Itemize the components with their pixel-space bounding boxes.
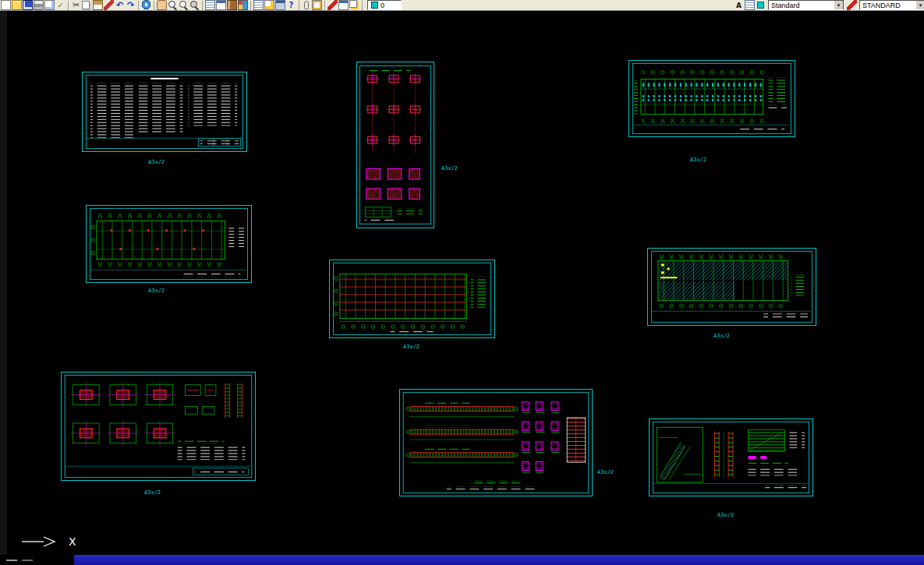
cut-icon[interactable]: ✂ <box>71 0 81 10</box>
field-icon[interactable] <box>312 0 322 10</box>
toolbar-separator <box>68 1 69 10</box>
sheet-foundation-plan-content <box>87 206 251 282</box>
sheet-label-foundation-details: A3x/2 <box>144 489 161 496</box>
taskbar-strip[interactable] <box>74 555 924 565</box>
layer-properties-icon[interactable] <box>349 0 357 8</box>
sheet-label-foundation-plan: A3x/2 <box>148 288 165 294</box>
ucs-x-label: X <box>69 535 76 548</box>
attach-xref-icon[interactable] <box>304 1 309 9</box>
dim-style-value: STANDARD <box>862 2 901 9</box>
sheet-beam-details[interactable] <box>399 389 593 496</box>
layer-color-swatch-icon <box>371 2 378 9</box>
render-icon[interactable] <box>757 2 764 9</box>
sheet-second-floor-plan-content <box>648 249 816 325</box>
chevron-down-icon[interactable]: ▾ <box>915 0 924 10</box>
markup-set-manager-icon[interactable] <box>264 0 274 10</box>
toolbar-separator <box>250 1 251 10</box>
print-icon[interactable] <box>34 0 44 10</box>
save-icon[interactable] <box>23 0 33 10</box>
toolbar-separator <box>324 1 325 10</box>
text-style-combobox[interactable]: Standard ▾ <box>768 0 844 10</box>
sheet-label-roof-framing-plan: A3x/2 <box>690 157 706 163</box>
command-line-area[interactable] <box>0 555 74 565</box>
sheet-column-details-content <box>357 62 434 228</box>
quickcalc-icon[interactable] <box>275 0 285 10</box>
sheet-foundation-details[interactable] <box>61 372 256 481</box>
sheet-label-beam-details: A3x/2 <box>597 469 614 475</box>
sheet-label-column-details: A3x/2 <box>441 165 458 171</box>
zoom-previous-icon[interactable] <box>189 0 200 10</box>
chevron-down-icon[interactable]: ▾ <box>834 0 844 10</box>
layer-control[interactable]: 0 <box>367 0 402 10</box>
open-icon[interactable] <box>12 0 22 10</box>
insert-block-icon[interactable] <box>338 0 349 10</box>
toolbar-button-group: ✓✂↶↷? <box>1 0 364 10</box>
sheet-foundation-plan[interactable] <box>86 205 252 283</box>
text-style-value: Standard <box>771 2 800 9</box>
sheet-set-manager-icon[interactable] <box>253 0 264 10</box>
layer-value: 0 <box>381 2 384 9</box>
sheet-roof-framing-plan[interactable] <box>628 60 795 137</box>
sheet-label-stair-details: A3x/2 <box>717 512 734 518</box>
named-views-icon[interactable] <box>205 0 215 10</box>
ucs-x-arrow-icon <box>20 531 58 552</box>
redo-icon[interactable]: ↷ <box>126 0 136 10</box>
text-style-manager-icon[interactable]: A <box>734 0 744 10</box>
ucs-icon: X <box>20 531 76 552</box>
sheet-second-floor-plan[interactable] <box>647 248 816 326</box>
designcenter-icon[interactable] <box>227 0 237 10</box>
print-preview-icon[interactable] <box>44 0 55 10</box>
spelling-icon[interactable]: ✓ <box>55 0 65 10</box>
sheet-beam-details-content <box>400 390 592 496</box>
standard-toolbar: ✓✂↶↷? 0 A Standard ▾ STANDARD ▾ <box>0 0 924 11</box>
sheet-roof-framing-plan-content <box>629 61 795 136</box>
sheet-stair-details[interactable] <box>649 418 813 496</box>
sheet-general-notes[interactable] <box>82 72 247 152</box>
named-views-right-icon[interactable] <box>745 0 755 10</box>
zoom-window-icon[interactable] <box>179 0 189 10</box>
sheet-label-general-notes: A3x/2 <box>148 159 165 165</box>
dim-style-icon[interactable] <box>847 0 857 10</box>
sheet-label-floor-framing-plan: A3x/2 <box>403 344 420 350</box>
bottom-bar <box>0 555 924 565</box>
properties-icon[interactable] <box>216 0 226 10</box>
pan-realtime-icon[interactable] <box>157 0 167 10</box>
sheet-general-notes-content <box>83 72 246 151</box>
sheet-column-details[interactable] <box>356 62 434 228</box>
sheet-foundation-details-content <box>62 373 255 480</box>
make-block-icon[interactable] <box>327 0 338 10</box>
tool-palettes-icon[interactable] <box>238 0 248 10</box>
style-button-group: A <box>734 0 766 10</box>
sheet-label-second-floor-plan: A3x/2 <box>713 333 730 339</box>
new-icon[interactable] <box>1 0 11 10</box>
zoom-realtime-icon[interactable] <box>168 0 178 10</box>
toolbar-separator <box>299 1 299 10</box>
help-icon[interactable]: ? <box>286 0 296 10</box>
drawing-canvas[interactable]: A3x/2 A3x/2 A3x/2 A3x/2 A3x/2 A3x/2 A3x/… <box>0 11 924 555</box>
toolbar-separator <box>154 1 154 10</box>
toolbar-separator <box>362 1 363 10</box>
insert-hyperlink-icon[interactable] <box>141 0 151 10</box>
paste-icon[interactable] <box>93 0 103 10</box>
toolbar-separator <box>202 1 203 10</box>
undo-icon[interactable]: ↶ <box>115 0 125 10</box>
dim-style-combobox[interactable]: STANDARD ▾ <box>859 0 924 10</box>
toolbar-separator <box>138 1 139 10</box>
match-properties-icon[interactable] <box>104 0 114 10</box>
sheet-floor-framing-plan[interactable] <box>329 260 495 338</box>
sheet-stair-details-content <box>650 419 812 496</box>
copy-icon[interactable] <box>82 1 90 9</box>
sheet-floor-framing-plan-content <box>330 260 494 337</box>
